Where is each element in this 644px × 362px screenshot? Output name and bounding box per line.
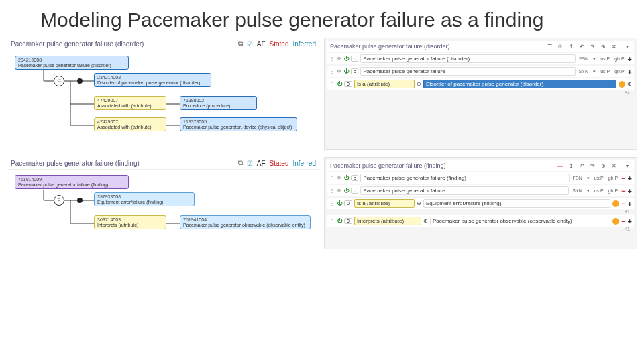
group-badge: 0 — [344, 81, 352, 87]
case-badge[interactable]: c — [351, 68, 359, 74]
up-icon[interactable]: ↥ — [567, 163, 575, 169]
copy-icon[interactable]: ⧉ — [238, 159, 243, 167]
redo-icon[interactable]: ↷ — [588, 44, 596, 50]
chevron-down-icon[interactable]: ▾ — [623, 163, 631, 169]
check-icon[interactable]: ☑ — [247, 40, 253, 48]
handle-icon[interactable]: ⋮ — [329, 68, 335, 74]
target-icon[interactable]: ⊕ — [417, 200, 421, 206]
handle-icon[interactable]: ⋮ — [329, 175, 335, 181]
add-button[interactable]: + — [628, 55, 632, 63]
add-button[interactable]: + — [628, 200, 632, 208]
power-icon[interactable]: ⏻ — [337, 81, 342, 87]
undo-icon[interactable]: ↶ — [578, 44, 586, 50]
desc-row-1: ⋮ ✥ ⏻ c Pacemaker pulse generator failur… — [327, 53, 634, 64]
chevron-down-icon[interactable]: ▾ — [592, 56, 597, 62]
group-sub: +1 — [327, 90, 634, 95]
root-id: 234216008 — [18, 58, 125, 63]
handle-icon[interactable]: ⋮ — [329, 81, 335, 87]
power-icon[interactable]: ⏻ — [343, 188, 349, 194]
af-toggle[interactable]: AF — [257, 160, 266, 167]
inferred-toggle[interactable]: Inferred — [293, 40, 316, 48]
stated-toggle[interactable]: Stated — [270, 40, 289, 48]
drag-icon[interactable]: ✥ — [337, 68, 341, 74]
val-field[interactable]: Equipment error/failure (finding) — [423, 199, 610, 208]
desc-row-1: ⋮ ✥ ⏻ c Pacemaker pulse generator failur… — [327, 172, 634, 184]
chevron-down-icon[interactable]: ▾ — [586, 188, 591, 194]
case-badge[interactable]: c — [351, 56, 359, 62]
desc-field[interactable]: Pacemaker pulse generator failure (disor… — [360, 54, 576, 63]
type-tag[interactable]: FSN — [572, 176, 584, 180]
remove-button[interactable]: − — [621, 217, 625, 225]
status-dot — [612, 200, 619, 207]
type-tag[interactable]: SYN — [571, 188, 583, 193]
stated-toggle[interactable]: Stated — [270, 160, 289, 167]
power-icon[interactable]: ⏻ — [337, 218, 342, 224]
type-tag[interactable]: SYN — [578, 69, 590, 74]
us-tag: us:P — [593, 188, 605, 193]
attr-field[interactable]: Interprets (attribute) — [354, 217, 421, 225]
attr1-node[interactable]: 47429007 Associated with (attribute) — [94, 96, 166, 110]
val-field[interactable]: Disorder of pacemaker pulse generator (d… — [423, 80, 616, 88]
drag-icon[interactable]: ✥ — [337, 175, 341, 181]
val1-node[interactable]: 71388002 Procedure (procedure) — [180, 96, 257, 110]
type-tag[interactable]: FSN — [578, 56, 590, 61]
refresh-icon[interactable]: ⟳ — [556, 44, 564, 50]
attr2-node[interactable]: 47429007 Associated with (attribute) — [94, 117, 166, 131]
case-badge[interactable]: c — [351, 175, 359, 181]
case-badge[interactable]: c — [351, 188, 359, 194]
drag-icon[interactable]: ✥ — [337, 188, 341, 194]
af-toggle[interactable]: AF — [257, 40, 266, 48]
desc-field[interactable]: Pacemaker pulse generator failure — [360, 67, 575, 76]
power-icon[interactable]: ⏻ — [343, 56, 349, 62]
group-sub-2: +1 — [327, 227, 634, 231]
parent-node[interactable]: 397933008 Equipment error/failure (findi… — [94, 192, 195, 206]
desc-field[interactable]: Pacemaker pulse generator failure — [360, 186, 569, 195]
menu-icon[interactable]: ☰ — [545, 44, 553, 50]
target-icon[interactable]: ⊕ — [423, 218, 428, 224]
root-node[interactable]: 761914009 Pacemaker pulse generator fail… — [15, 175, 129, 189]
undo-icon[interactable]: ↶ — [578, 163, 586, 169]
attr-node[interactable]: 363714003 Interprets (attribute) — [94, 215, 166, 229]
target-icon[interactable]: ⊕ — [417, 81, 421, 87]
minus-icon[interactable]: — — [556, 163, 564, 169]
target-icon[interactable]: ⊕ — [599, 163, 607, 169]
handle-icon[interactable]: ⋮ — [329, 188, 335, 194]
handle-icon[interactable]: ⋮ — [329, 56, 335, 62]
close-icon[interactable]: ✕ — [610, 163, 618, 169]
attr-field[interactable]: Is a (attribute) — [354, 80, 415, 88]
redo-icon[interactable]: ↷ — [588, 163, 596, 169]
drag-icon[interactable]: ✥ — [337, 56, 341, 62]
remove-button[interactable]: − — [621, 187, 625, 195]
conjunction-dot — [77, 78, 83, 84]
target-icon[interactable]: ⊕ — [627, 81, 632, 87]
top-left-header: Pacemaker pulse generator failure (disor… — [7, 38, 320, 50]
inferred-toggle[interactable]: Inferred — [293, 160, 316, 167]
remove-button[interactable]: − — [621, 200, 625, 208]
parent-node[interactable]: 234214002 Disorder of pacemaker pulse ge… — [94, 73, 211, 87]
power-icon[interactable]: ⏻ — [337, 200, 342, 206]
close-icon[interactable]: ✕ — [610, 44, 618, 50]
handle-icon[interactable]: ⋮ — [329, 200, 335, 206]
desc-field[interactable]: Pacemaker pulse generator failure (findi… — [360, 174, 569, 182]
power-icon[interactable]: ⏻ — [343, 175, 349, 181]
power-icon[interactable]: ⏻ — [343, 68, 349, 74]
chevron-down-icon[interactable]: ▾ — [592, 69, 597, 74]
target-icon[interactable]: ⊕ — [599, 44, 607, 50]
handle-icon[interactable]: ⋮ — [329, 218, 335, 224]
chevron-down-icon[interactable]: ▾ — [623, 44, 631, 50]
val-field[interactable]: Pacemaker pulse generator observable (ob… — [430, 217, 610, 225]
add-button[interactable]: + — [628, 174, 632, 182]
up-icon[interactable]: ↥ — [567, 44, 575, 50]
val2-node[interactable]: 118378005 Pacemaker pulse generator, dev… — [180, 117, 297, 131]
check-icon[interactable]: ☑ — [247, 160, 253, 167]
attr-field[interactable]: Is a (attribute) — [354, 199, 415, 208]
add-button[interactable]: + — [628, 187, 632, 195]
copy-icon[interactable]: ⧉ — [238, 40, 243, 48]
add-button[interactable]: + — [628, 68, 632, 76]
val-node[interactable]: 761941004 Pacemaker pulse generator obse… — [180, 215, 311, 229]
root-node[interactable]: 234216008 Pacemaker pulse generator fail… — [15, 56, 129, 70]
remove-button[interactable]: − — [621, 174, 625, 182]
chevron-down-icon[interactable]: ▾ — [586, 176, 591, 181]
group-badge: 0 — [344, 200, 352, 206]
add-button[interactable]: + — [628, 217, 632, 225]
